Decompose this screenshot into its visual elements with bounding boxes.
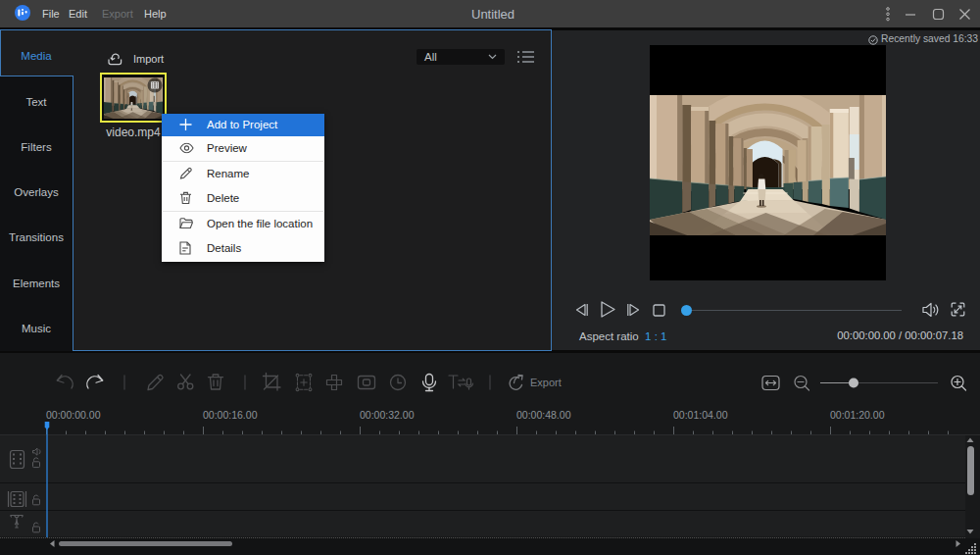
svg-text:Export: Export xyxy=(530,377,562,388)
